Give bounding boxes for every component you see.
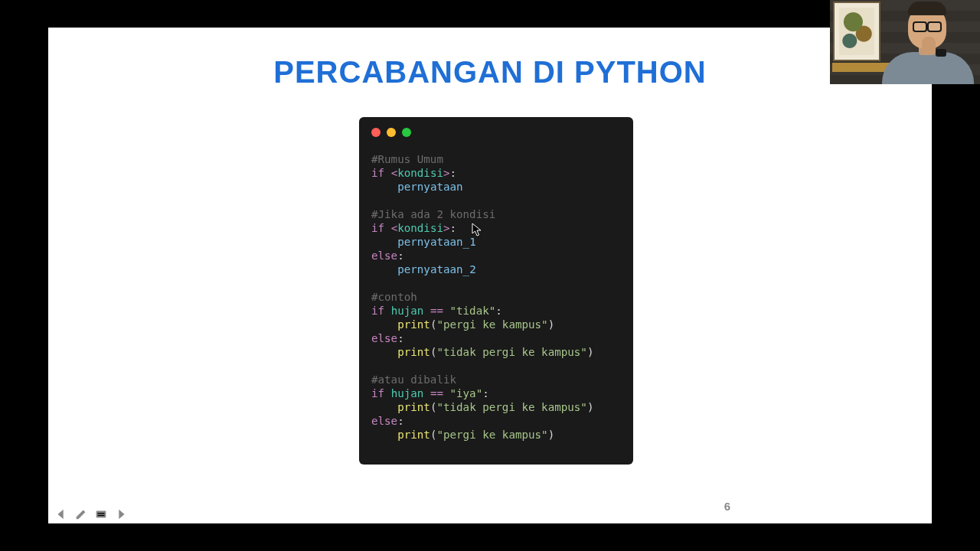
page-number: 6 (724, 500, 730, 513)
svg-rect-1 (98, 513, 105, 514)
code-comment: #atau dibalik (371, 373, 456, 386)
slide-title: PERCABANGAN DI PYTHON (48, 55, 932, 90)
code-block: #Rumus Umum if <kondisi>: pernyataan #Ji… (371, 152, 621, 442)
next-slide-button[interactable] (113, 507, 129, 522)
code-comment: #Jika ada 2 kondisi (371, 208, 495, 220)
pen-tool-button[interactable] (74, 507, 89, 522)
code-window: #Rumus Umum if <kondisi>: pernyataan #Ji… (359, 117, 633, 465)
presenter-webcam (830, 0, 980, 84)
close-dot-icon (371, 128, 381, 137)
code-comment: #contoh (371, 291, 417, 303)
slide-canvas: PERCABANGAN DI PYTHON #Rumus Umum if <ko… (48, 28, 932, 523)
window-traffic-lights (371, 128, 621, 137)
presentation-nav (54, 507, 129, 522)
svg-rect-2 (98, 515, 105, 516)
code-comment: #Rumus Umum (371, 153, 443, 165)
minimize-dot-icon (387, 128, 396, 137)
zoom-dot-icon (402, 128, 411, 137)
svg-rect-0 (96, 511, 106, 518)
prev-slide-button[interactable] (54, 507, 69, 522)
slide-menu-button[interactable] (93, 507, 109, 522)
